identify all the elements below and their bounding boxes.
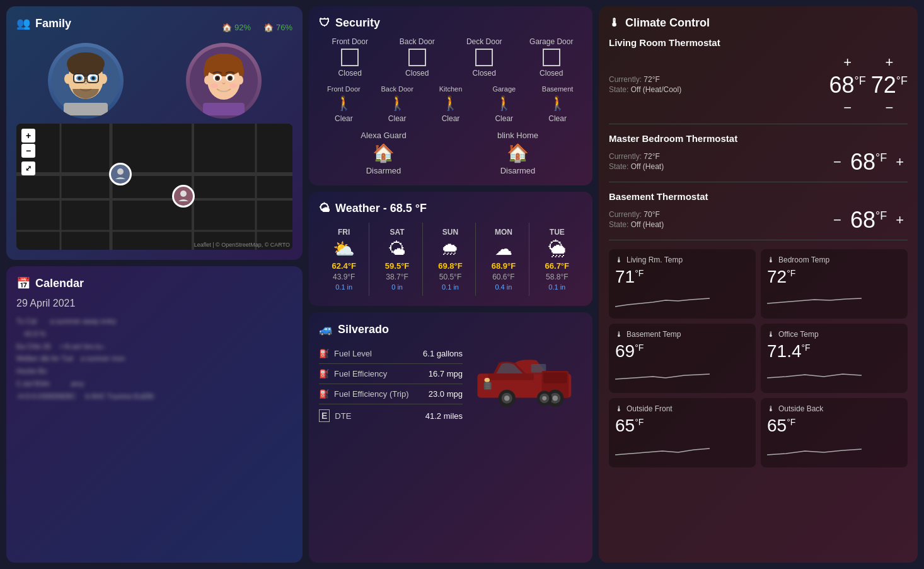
alexa-guard: Alexa Guard 🏠 Disarmed	[319, 131, 448, 175]
battery-2-value: 76%	[276, 23, 292, 32]
weather-forecast: FRI ⛅ 62.4°F 43.9°F 0.1 in SAT 🌤 59.5°F …	[319, 223, 582, 296]
svg-point-40	[180, 191, 187, 197]
map-attribution: Leaflet | © OpenStreetMap, © CARTO	[194, 242, 290, 248]
sensor-bedroom: 🌡 Bedroom Temp 72°F	[761, 249, 908, 319]
thermometer-icon-1: 🌡	[615, 255, 623, 264]
cool-setpoint-down[interactable]: −	[840, 98, 855, 117]
map-controls[interactable]: + − ⤢	[21, 129, 35, 175]
svg-rect-30	[203, 103, 245, 115]
door-sensors: Front Door Closed Back Door Closed Deck …	[319, 37, 582, 78]
family-map: + − ⤢ Leaflet | © OpenStreetMap, © CARTO	[16, 124, 292, 250]
climate-title-text: Climate Control	[625, 16, 710, 30]
svg-point-39	[117, 168, 124, 175]
door-icon-back	[408, 49, 426, 66]
silverado-card: 🚙 Silverado ⛽ Fuel Level 6.1 gallons ⛽	[309, 312, 592, 563]
silverado-stats: ⛽ Fuel Level 6.1 gallons ⛽ Fuel Efficien…	[319, 344, 463, 427]
truck-image	[469, 344, 582, 419]
mb-setpoint-up[interactable]: +	[892, 153, 908, 172]
temp-chart-office	[767, 365, 862, 384]
stat-fuel-efficiency: ⛽ Fuel Efficiency 16.7 mpg	[319, 364, 463, 384]
temp-chart-basement	[615, 365, 710, 384]
avatar-woman	[186, 43, 262, 119]
svg-point-11	[91, 77, 95, 80]
basement-setpoint-up[interactable]: +	[892, 211, 908, 230]
weather-fri: FRI ⛅ 62.4°F 43.9°F 0.1 in	[319, 223, 369, 296]
temp-chart-outside-front	[615, 440, 710, 459]
door-sensor-garage: Garage Door Closed	[521, 37, 583, 78]
cool-setpoint-value: 68°F	[829, 72, 866, 98]
heat-setpoint-value: 72°F	[871, 72, 908, 98]
heat-setpoint-up[interactable]: +	[881, 53, 897, 72]
home-icon: 🏠	[222, 23, 232, 32]
climate-card: 🌡 Climate Control Living Room Thermostat…	[599, 6, 918, 563]
temp-chart-outside-back	[767, 440, 862, 459]
door-icon-deck	[475, 49, 493, 66]
svg-point-51	[553, 396, 558, 401]
svg-rect-15	[64, 103, 108, 115]
svg-point-27	[229, 77, 231, 79]
svg-point-26	[216, 77, 219, 79]
mb-setpoint-down[interactable]: −	[829, 153, 845, 172]
door-icon-front	[341, 49, 359, 66]
fuel-eff-icon: ⛽	[319, 369, 329, 378]
calendar-title-text: Calendar	[35, 277, 84, 290]
thermometer-icon-3: 🌡	[615, 330, 623, 339]
stat-fuel-trip: ⛽ Fuel Efficiency (Trip) 23.0 mpg	[319, 384, 463, 404]
svg-point-19	[205, 54, 243, 76]
svg-point-28	[211, 83, 218, 88]
silverado-title: 🚙 Silverado	[319, 322, 582, 336]
temp-chart-bedroom	[767, 291, 862, 310]
weather-sun: SUN 🌧 69.8°F 50.5°F 0.1 in	[425, 223, 476, 296]
security-title: 🛡 Security	[319, 16, 582, 30]
fuel-icon: ⛽	[319, 349, 329, 358]
map-zoom-out[interactable]: −	[21, 144, 35, 158]
security-card: 🛡 Security Front Door Closed Back Door C…	[309, 6, 592, 185]
alarm-systems: Alexa Guard 🏠 Disarmed blink Home 🏠 Disa…	[319, 131, 582, 175]
family-title: 👥 Family	[16, 16, 71, 30]
mb-setpoint-value: 68°F	[850, 149, 887, 175]
sensor-outside-back: 🌡 Outside Back 65°F	[761, 398, 908, 467]
weather-sat: SAT 🌤 59.5°F 38.7°F 0 in	[372, 223, 422, 296]
calendar-date: 29 April 2021	[16, 298, 292, 309]
dte-icon: E	[319, 409, 330, 422]
calendar-icon: 📅	[16, 276, 30, 290]
thermostat-basement: Basement Thermostat Currently: 70°F Stat…	[609, 191, 908, 240]
motion-back: Back Door 🚶 Clear	[372, 85, 422, 123]
fuel-trip-icon: ⛽	[319, 389, 329, 399]
cool-setpoint-up[interactable]: +	[840, 53, 855, 72]
map-fullscreen[interactable]: ⤢	[21, 161, 35, 175]
thermostat-living-room: Living Room Thermostat Currently: 72°F S…	[609, 37, 908, 124]
avatars-row	[16, 43, 292, 119]
basement-setpoint-down[interactable]: −	[829, 211, 845, 230]
thermometer-icon-6: 🌡	[767, 404, 775, 413]
map-zoom-in[interactable]: +	[21, 129, 35, 143]
temp-sensors: 🌡 Living Rm. Temp 71°F 🌡 Bedroom Temp 72…	[609, 249, 908, 467]
motion-kitchen: Kitchen 🚶 Clear	[426, 85, 476, 123]
heat-setpoint-down[interactable]: −	[881, 98, 897, 117]
sensor-office: 🌡 Office Temp 71.4°F	[761, 324, 908, 393]
shield-icon: 🛡	[319, 16, 330, 30]
security-title-text: Security	[335, 16, 380, 30]
calendar-events: Tu Cal a summer away entry 43.9 % Ea Chl…	[16, 315, 292, 403]
stat-fuel-level: ⛽ Fuel Level 6.1 gallons	[319, 344, 463, 364]
climate-title: 🌡 Climate Control	[609, 16, 908, 30]
motion-basement: Basement 🚶 Clear	[533, 85, 582, 123]
sensor-basement: 🌡 Basement Temp 69°F	[609, 324, 756, 393]
battery-1: 🏠 92%	[222, 23, 251, 32]
weather-title-text: Weather - 68.5 °F	[335, 202, 427, 215]
family-card: 👥 Family 🏠 92% 🏠 76%	[6, 6, 303, 260]
person-1-pin	[109, 163, 132, 185]
temp-chart-living	[615, 291, 710, 310]
stat-dte: E DTE 41.2 miles	[319, 404, 463, 427]
battery-2: 🏠 76%	[263, 23, 292, 32]
person-2-pin	[172, 185, 195, 208]
motion-front: Front Door 🚶 Clear	[319, 85, 369, 123]
basement-setpoint-value: 68°F	[850, 207, 887, 233]
weather-card: 🌤 Weather - 68.5 °F FRI ⛅ 62.4°F 43.9°F …	[309, 192, 592, 306]
calendar-title: 📅 Calendar	[16, 276, 292, 290]
blink-home: blink Home 🏠 Disarmed	[453, 131, 582, 175]
sun-icon: 🌤	[319, 202, 330, 215]
svg-point-29	[229, 83, 237, 88]
weather-title: 🌤 Weather - 68.5 °F	[319, 202, 582, 215]
battery-1-value: 92%	[234, 23, 251, 32]
